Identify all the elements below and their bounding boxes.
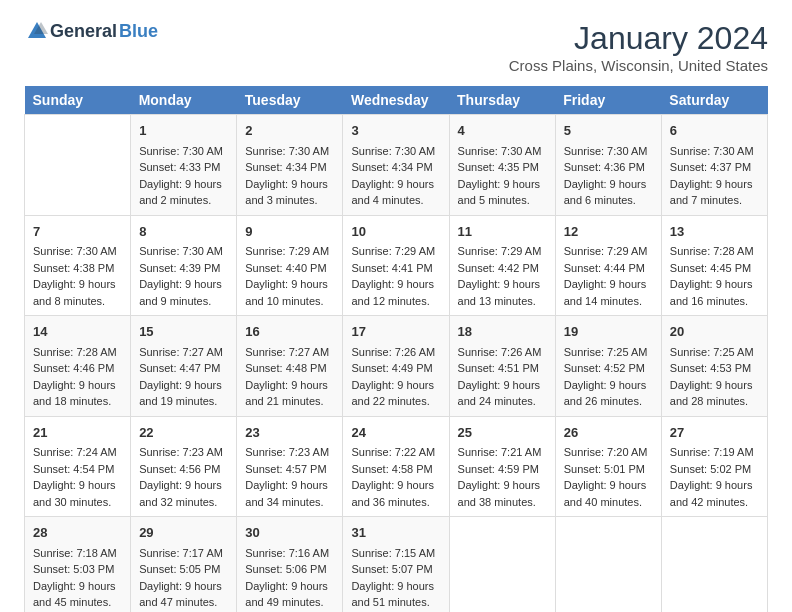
day-number: 16 bbox=[245, 322, 334, 342]
day-number: 28 bbox=[33, 523, 122, 543]
column-header-friday: Friday bbox=[555, 86, 661, 115]
sunset-text: Sunset: 4:54 PM bbox=[33, 463, 114, 475]
week-row-3: 14Sunrise: 7:28 AMSunset: 4:46 PMDayligh… bbox=[25, 316, 768, 417]
day-number: 31 bbox=[351, 523, 440, 543]
daylight-text: Daylight: 9 hours and 16 minutes. bbox=[670, 278, 753, 307]
sunset-text: Sunset: 5:01 PM bbox=[564, 463, 645, 475]
daylight-text: Daylight: 9 hours and 5 minutes. bbox=[458, 178, 541, 207]
sunset-text: Sunset: 4:37 PM bbox=[670, 161, 751, 173]
daylight-text: Daylight: 9 hours and 6 minutes. bbox=[564, 178, 647, 207]
sunrise-text: Sunrise: 7:30 AM bbox=[670, 145, 754, 157]
daylight-text: Daylight: 9 hours and 19 minutes. bbox=[139, 379, 222, 408]
day-number: 6 bbox=[670, 121, 759, 141]
daylight-text: Daylight: 9 hours and 47 minutes. bbox=[139, 580, 222, 609]
calendar-cell: 2Sunrise: 7:30 AMSunset: 4:34 PMDaylight… bbox=[237, 115, 343, 216]
day-number: 27 bbox=[670, 423, 759, 443]
sunrise-text: Sunrise: 7:18 AM bbox=[33, 547, 117, 559]
column-header-wednesday: Wednesday bbox=[343, 86, 449, 115]
calendar-cell: 1Sunrise: 7:30 AMSunset: 4:33 PMDaylight… bbox=[131, 115, 237, 216]
calendar-cell: 18Sunrise: 7:26 AMSunset: 4:51 PMDayligh… bbox=[449, 316, 555, 417]
page-header: GeneralBlue January 2024 Cross Plains, W… bbox=[24, 20, 768, 74]
header-row: SundayMondayTuesdayWednesdayThursdayFrid… bbox=[25, 86, 768, 115]
daylight-text: Daylight: 9 hours and 18 minutes. bbox=[33, 379, 116, 408]
sunset-text: Sunset: 4:47 PM bbox=[139, 362, 220, 374]
sunrise-text: Sunrise: 7:23 AM bbox=[245, 446, 329, 458]
calendar-cell: 23Sunrise: 7:23 AMSunset: 4:57 PMDayligh… bbox=[237, 416, 343, 517]
daylight-text: Daylight: 9 hours and 30 minutes. bbox=[33, 479, 116, 508]
calendar-cell: 7Sunrise: 7:30 AMSunset: 4:38 PMDaylight… bbox=[25, 215, 131, 316]
column-header-saturday: Saturday bbox=[661, 86, 767, 115]
sunrise-text: Sunrise: 7:26 AM bbox=[458, 346, 542, 358]
calendar-cell: 14Sunrise: 7:28 AMSunset: 4:46 PMDayligh… bbox=[25, 316, 131, 417]
calendar-cell: 8Sunrise: 7:30 AMSunset: 4:39 PMDaylight… bbox=[131, 215, 237, 316]
sunrise-text: Sunrise: 7:19 AM bbox=[670, 446, 754, 458]
day-number: 26 bbox=[564, 423, 653, 443]
daylight-text: Daylight: 9 hours and 12 minutes. bbox=[351, 278, 434, 307]
sunset-text: Sunset: 5:02 PM bbox=[670, 463, 751, 475]
day-number: 30 bbox=[245, 523, 334, 543]
sunrise-text: Sunrise: 7:30 AM bbox=[458, 145, 542, 157]
calendar-cell: 12Sunrise: 7:29 AMSunset: 4:44 PMDayligh… bbox=[555, 215, 661, 316]
sunset-text: Sunset: 4:41 PM bbox=[351, 262, 432, 274]
calendar-cell: 24Sunrise: 7:22 AMSunset: 4:58 PMDayligh… bbox=[343, 416, 449, 517]
day-number: 18 bbox=[458, 322, 547, 342]
daylight-text: Daylight: 9 hours and 2 minutes. bbox=[139, 178, 222, 207]
calendar-cell: 31Sunrise: 7:15 AMSunset: 5:07 PMDayligh… bbox=[343, 517, 449, 613]
daylight-text: Daylight: 9 hours and 9 minutes. bbox=[139, 278, 222, 307]
calendar-cell: 5Sunrise: 7:30 AMSunset: 4:36 PMDaylight… bbox=[555, 115, 661, 216]
sunrise-text: Sunrise: 7:23 AM bbox=[139, 446, 223, 458]
daylight-text: Daylight: 9 hours and 8 minutes. bbox=[33, 278, 116, 307]
calendar-cell: 13Sunrise: 7:28 AMSunset: 4:45 PMDayligh… bbox=[661, 215, 767, 316]
calendar-cell: 3Sunrise: 7:30 AMSunset: 4:34 PMDaylight… bbox=[343, 115, 449, 216]
day-number: 29 bbox=[139, 523, 228, 543]
sunrise-text: Sunrise: 7:29 AM bbox=[564, 245, 648, 257]
day-number: 22 bbox=[139, 423, 228, 443]
calendar-cell bbox=[555, 517, 661, 613]
day-number: 24 bbox=[351, 423, 440, 443]
day-number: 23 bbox=[245, 423, 334, 443]
daylight-text: Daylight: 9 hours and 22 minutes. bbox=[351, 379, 434, 408]
daylight-text: Daylight: 9 hours and 28 minutes. bbox=[670, 379, 753, 408]
sunrise-text: Sunrise: 7:30 AM bbox=[139, 245, 223, 257]
daylight-text: Daylight: 9 hours and 13 minutes. bbox=[458, 278, 541, 307]
daylight-text: Daylight: 9 hours and 36 minutes. bbox=[351, 479, 434, 508]
sunset-text: Sunset: 4:53 PM bbox=[670, 362, 751, 374]
calendar-cell: 19Sunrise: 7:25 AMSunset: 4:52 PMDayligh… bbox=[555, 316, 661, 417]
day-number: 12 bbox=[564, 222, 653, 242]
week-row-2: 7Sunrise: 7:30 AMSunset: 4:38 PMDaylight… bbox=[25, 215, 768, 316]
week-row-1: 1Sunrise: 7:30 AMSunset: 4:33 PMDaylight… bbox=[25, 115, 768, 216]
daylight-text: Daylight: 9 hours and 10 minutes. bbox=[245, 278, 328, 307]
sunrise-text: Sunrise: 7:26 AM bbox=[351, 346, 435, 358]
day-number: 14 bbox=[33, 322, 122, 342]
sunset-text: Sunset: 5:05 PM bbox=[139, 563, 220, 575]
day-number: 11 bbox=[458, 222, 547, 242]
calendar-cell: 20Sunrise: 7:25 AMSunset: 4:53 PMDayligh… bbox=[661, 316, 767, 417]
calendar-cell: 29Sunrise: 7:17 AMSunset: 5:05 PMDayligh… bbox=[131, 517, 237, 613]
logo: GeneralBlue bbox=[24, 20, 158, 42]
day-number: 4 bbox=[458, 121, 547, 141]
logo-blue-text: Blue bbox=[119, 21, 158, 42]
day-number: 15 bbox=[139, 322, 228, 342]
sunset-text: Sunset: 5:07 PM bbox=[351, 563, 432, 575]
sunset-text: Sunset: 4:59 PM bbox=[458, 463, 539, 475]
calendar-cell: 27Sunrise: 7:19 AMSunset: 5:02 PMDayligh… bbox=[661, 416, 767, 517]
sunrise-text: Sunrise: 7:27 AM bbox=[139, 346, 223, 358]
calendar-cell bbox=[449, 517, 555, 613]
sunset-text: Sunset: 4:40 PM bbox=[245, 262, 326, 274]
sunrise-text: Sunrise: 7:21 AM bbox=[458, 446, 542, 458]
sunset-text: Sunset: 4:48 PM bbox=[245, 362, 326, 374]
day-number: 25 bbox=[458, 423, 547, 443]
day-number: 5 bbox=[564, 121, 653, 141]
sunset-text: Sunset: 4:46 PM bbox=[33, 362, 114, 374]
calendar-cell: 30Sunrise: 7:16 AMSunset: 5:06 PMDayligh… bbox=[237, 517, 343, 613]
sunset-text: Sunset: 4:44 PM bbox=[564, 262, 645, 274]
daylight-text: Daylight: 9 hours and 4 minutes. bbox=[351, 178, 434, 207]
calendar-cell: 15Sunrise: 7:27 AMSunset: 4:47 PMDayligh… bbox=[131, 316, 237, 417]
calendar-cell bbox=[661, 517, 767, 613]
sunrise-text: Sunrise: 7:20 AM bbox=[564, 446, 648, 458]
daylight-text: Daylight: 9 hours and 32 minutes. bbox=[139, 479, 222, 508]
sunrise-text: Sunrise: 7:16 AM bbox=[245, 547, 329, 559]
daylight-text: Daylight: 9 hours and 26 minutes. bbox=[564, 379, 647, 408]
calendar-cell: 6Sunrise: 7:30 AMSunset: 4:37 PMDaylight… bbox=[661, 115, 767, 216]
calendar-cell: 17Sunrise: 7:26 AMSunset: 4:49 PMDayligh… bbox=[343, 316, 449, 417]
